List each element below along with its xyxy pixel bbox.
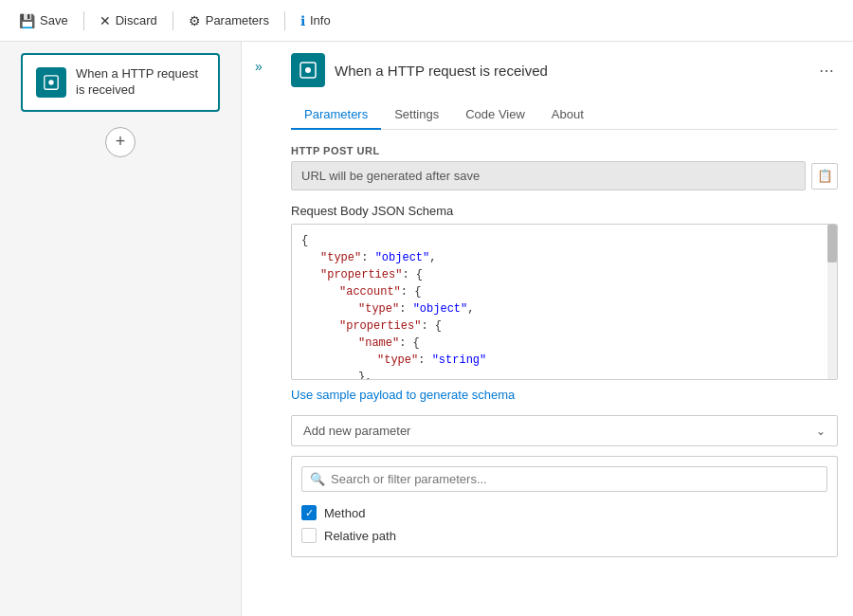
tab-settings[interactable]: Settings bbox=[381, 100, 452, 130]
method-checkbox[interactable] bbox=[301, 505, 317, 520]
expand-icon: » bbox=[255, 59, 263, 74]
discard-icon: ✕ bbox=[100, 13, 111, 28]
toolbar-separator2 bbox=[172, 11, 173, 30]
search-input[interactable] bbox=[331, 472, 819, 486]
code-line: "type": "object", bbox=[301, 249, 827, 266]
action-header: When a HTTP request is received ⋯ bbox=[291, 53, 838, 87]
search-box[interactable]: 🔍 bbox=[301, 466, 827, 492]
code-line: "type": "object", bbox=[301, 300, 827, 317]
code-line: "account": { bbox=[301, 283, 827, 300]
parameters-button[interactable]: ⚙ Parameters bbox=[181, 9, 277, 32]
add-step-button[interactable]: + bbox=[105, 127, 136, 157]
toolbar-separator3 bbox=[284, 11, 285, 30]
parameters-label: Parameters bbox=[206, 13, 269, 27]
code-line: }, bbox=[301, 369, 827, 380]
schema-scrollthumb[interactable] bbox=[827, 225, 837, 263]
discard-button[interactable]: ✕ Discard bbox=[92, 9, 165, 32]
discard-label: Discard bbox=[116, 13, 157, 27]
relative-path-label: Relative path bbox=[324, 529, 396, 543]
url-input: URL will be generated after save bbox=[291, 161, 806, 190]
toolbar-separator bbox=[83, 11, 84, 30]
svg-point-3 bbox=[305, 67, 311, 73]
tab-codeview[interactable]: Code View bbox=[452, 100, 538, 130]
svg-point-1 bbox=[48, 80, 53, 84]
expand-arrows[interactable]: » bbox=[242, 42, 276, 616]
action-icon bbox=[291, 53, 325, 87]
code-line: "name": { bbox=[301, 335, 827, 352]
tab-about[interactable]: About bbox=[538, 100, 597, 130]
detail-panel: When a HTTP request is received ⋯ Parame… bbox=[276, 42, 853, 616]
tab-parameters[interactable]: Parameters bbox=[291, 100, 381, 130]
chevron-down-icon: ⌄ bbox=[816, 425, 826, 438]
code-line: "properties": { bbox=[301, 266, 827, 283]
schema-label: Request Body JSON Schema bbox=[291, 204, 838, 218]
tabs: Parameters Settings Code View About bbox=[291, 100, 838, 130]
code-line: { bbox=[301, 232, 827, 249]
copy-icon: 📋 bbox=[817, 169, 833, 183]
url-field: URL will be generated after save 📋 bbox=[291, 161, 838, 190]
schema-scrollbar[interactable] bbox=[827, 225, 837, 379]
parameters-icon: ⚙ bbox=[189, 13, 201, 28]
main-layout: When a HTTP request is received + » When… bbox=[0, 42, 853, 616]
add-param-label: Add new parameter bbox=[303, 424, 410, 438]
relative-path-checkbox[interactable] bbox=[301, 528, 317, 543]
action-title: When a HTTP request is received bbox=[335, 63, 806, 79]
trigger-card[interactable]: When a HTTP request is received bbox=[21, 53, 220, 112]
param-item-relative-path: Relative path bbox=[301, 524, 827, 547]
search-icon: 🔍 bbox=[310, 472, 325, 486]
http-post-url-label: HTTP POST URL bbox=[291, 145, 838, 156]
toolbar: 💾 Save ✕ Discard ⚙ Parameters ℹ Info bbox=[0, 0, 853, 42]
code-line: "type": "string" bbox=[301, 352, 827, 369]
trigger-label: When a HTTP request is received bbox=[76, 66, 205, 99]
generate-schema-link[interactable]: Use sample payload to generate schema bbox=[291, 388, 515, 402]
info-label: Info bbox=[310, 13, 331, 27]
sidebar: When a HTTP request is received + bbox=[0, 42, 242, 616]
param-item-method: Method bbox=[301, 501, 827, 524]
save-button[interactable]: 💾 Save bbox=[11, 9, 76, 32]
code-editor[interactable]: { "type": "object", "properties": { "acc… bbox=[291, 224, 838, 380]
copy-url-button[interactable]: 📋 bbox=[811, 163, 838, 190]
save-label: Save bbox=[40, 13, 68, 27]
method-label: Method bbox=[324, 506, 365, 520]
info-icon: ℹ bbox=[300, 13, 305, 28]
code-line: "properties": { bbox=[301, 317, 827, 335]
action-menu-button[interactable]: ⋯ bbox=[815, 58, 838, 83]
param-panel: 🔍 Method Relative path bbox=[291, 456, 838, 557]
add-param-dropdown[interactable]: Add new parameter ⌄ bbox=[291, 415, 838, 446]
info-button[interactable]: ℹ Info bbox=[293, 9, 338, 32]
trigger-icon bbox=[36, 67, 66, 98]
save-icon: 💾 bbox=[19, 13, 35, 28]
